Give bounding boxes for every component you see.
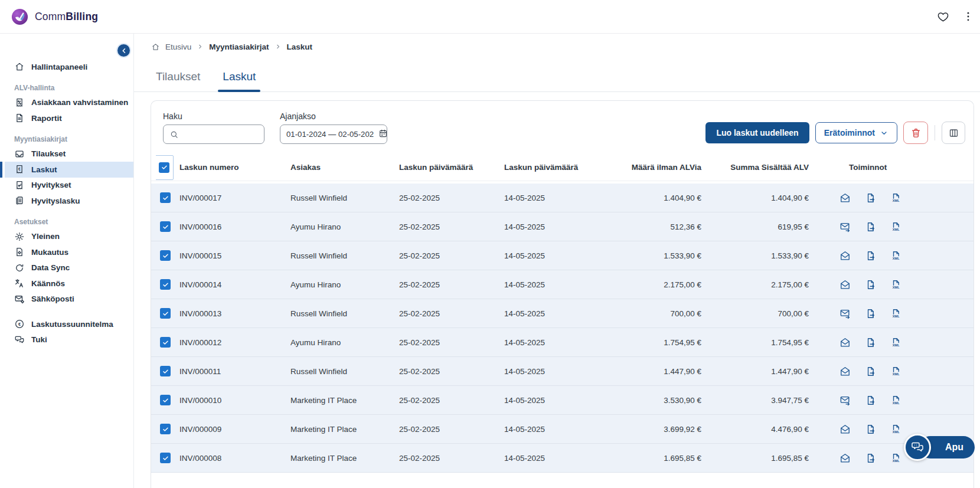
- table-row[interactable]: INV/000017 Russell Winfield 25-02-2025 1…: [151, 184, 974, 212]
- table-row[interactable]: INV/000013 Russell Winfield 25-02-2025 1…: [151, 299, 974, 328]
- sidebar-item-laskut[interactable]: Laskut: [5, 162, 133, 178]
- col-header-due-date: Laskun päivämäärä: [504, 163, 597, 172]
- mail-send-icon: [839, 221, 851, 232]
- send-email-action[interactable]: [839, 453, 851, 464]
- home-icon[interactable]: [151, 42, 160, 51]
- download-xml-action[interactable]: [890, 192, 901, 204]
- receipt-return-icon: [14, 180, 25, 191]
- export-document-action[interactable]: [865, 308, 876, 319]
- row-checkbox[interactable]: [160, 337, 171, 348]
- breadcrumb-item-etusivu[interactable]: Etusivu: [165, 42, 191, 51]
- invoice-number: INV/000015: [179, 251, 290, 260]
- search-field[interactable]: [184, 130, 254, 139]
- row-checkbox[interactable]: [160, 453, 171, 463]
- download-xml-action[interactable]: [890, 366, 901, 377]
- send-email-action[interactable]: [839, 308, 851, 319]
- sidebar-item-hyvityslasku[interactable]: Hyvityslasku: [5, 193, 133, 209]
- send-email-action[interactable]: [839, 221, 851, 232]
- table-row[interactable]: INV/000014 Ayumu Hirano 25-02-2025 14-05…: [151, 270, 974, 299]
- sidebar-collapse-button[interactable]: [116, 43, 131, 58]
- row-checkbox[interactable]: [160, 192, 171, 203]
- row-checkbox[interactable]: [160, 424, 171, 434]
- download-xml-action[interactable]: [890, 221, 901, 232]
- sidebar-item-label: Tilaukset: [31, 149, 66, 158]
- select-all-checkbox[interactable]: [159, 162, 169, 173]
- sidebar-item-tilaukset[interactable]: Tilaukset: [5, 146, 133, 162]
- row-checkbox[interactable]: [160, 221, 171, 232]
- row-checkbox[interactable]: [160, 279, 171, 290]
- sidebar-item-s-hk-posti[interactable]: Sähköposti: [5, 292, 133, 307]
- export-document-action[interactable]: [865, 424, 876, 435]
- download-xml-action[interactable]: [890, 250, 901, 261]
- favorites-button[interactable]: [937, 11, 949, 23]
- filter-bar: Haku Ajanjakso 01-01-2024 — 02-05-202: [151, 101, 974, 154]
- row-checkbox[interactable]: [160, 250, 171, 261]
- download-xml-action[interactable]: [890, 453, 901, 464]
- document-export-icon: [865, 279, 876, 290]
- breadcrumb: Etusivu Myyntiasiakirjat Laskut: [134, 34, 980, 60]
- more-menu-button[interactable]: [962, 11, 974, 22]
- send-email-action[interactable]: [839, 192, 851, 204]
- sidebar-item-hyvitykset[interactable]: Hyvitykset: [5, 178, 133, 194]
- invoice-date: 25-02-2025: [399, 280, 504, 289]
- amount-incl-vat: 1.695,85 €: [705, 454, 812, 463]
- customer-name: Russell Winfield: [290, 309, 399, 318]
- table-row[interactable]: INV/000012 Ayumu Hirano 25-02-2025 14-05…: [151, 328, 974, 357]
- help-chat-button[interactable]: [904, 434, 931, 461]
- export-document-action[interactable]: [865, 192, 876, 204]
- sidebar-item-mukautus[interactable]: Mukautus: [5, 244, 133, 260]
- column-settings-button[interactable]: [942, 122, 965, 144]
- download-xml-action[interactable]: [890, 424, 901, 435]
- kebab-menu-icon: [962, 11, 974, 22]
- export-document-action[interactable]: [865, 453, 876, 464]
- table-row[interactable]: INV/000008 Marketing IT Place 25-02-2025…: [151, 444, 974, 473]
- row-checkbox[interactable]: [160, 395, 171, 405]
- sidebar-item-k-nn-s[interactable]: Käännös: [5, 276, 133, 292]
- export-document-action[interactable]: [865, 221, 876, 232]
- customer-name: Russell Winfield: [290, 194, 399, 202]
- download-xml-action[interactable]: [890, 279, 901, 290]
- table-row[interactable]: INV/000010 Marketing IT Place 25-02-2025…: [151, 386, 974, 415]
- table-row[interactable]: INV/000009 Marketing IT Place 25-02-2025…: [151, 415, 974, 444]
- sidebar-item-raportit[interactable]: Raportit: [5, 110, 133, 126]
- batch-actions-button[interactable]: Erätoiminnot: [815, 122, 897, 143]
- sidebar-item-asiakkaan-vahvistaminen[interactable]: Asiakkaan vahvistaminen: [5, 95, 133, 111]
- export-document-action[interactable]: [865, 279, 876, 290]
- download-xml-action[interactable]: [890, 395, 901, 406]
- sidebar-item-tuki[interactable]: Tuki: [5, 332, 133, 348]
- send-email-action[interactable]: [839, 366, 851, 377]
- send-email-action[interactable]: [839, 395, 851, 406]
- sidebar-item-yleinen[interactable]: Yleinen: [5, 229, 133, 245]
- search-input[interactable]: [163, 125, 264, 144]
- breadcrumb-item-myyntiasiakirjat[interactable]: Myyntiasiakirjat: [209, 42, 269, 51]
- send-email-action[interactable]: [839, 250, 851, 261]
- breadcrumb-item-laskut[interactable]: Laskut: [287, 42, 313, 51]
- table-row[interactable]: INV/000016 Ayumu Hirano 25-02-2025 14-05…: [151, 212, 974, 241]
- delete-button[interactable]: [903, 122, 928, 144]
- row-checkbox[interactable]: [160, 366, 171, 376]
- export-document-action[interactable]: [865, 366, 876, 377]
- table-row[interactable]: INV/000011 Russell Winfield 25-02-2025 1…: [151, 357, 974, 386]
- sidebar-item-data-sync[interactable]: Data Sync: [5, 260, 133, 276]
- date-range-input[interactable]: 01-01-2024 — 02-05-202: [280, 125, 387, 144]
- download-xml-action[interactable]: [890, 337, 901, 348]
- send-email-action[interactable]: [839, 337, 851, 348]
- tab-laskut[interactable]: Laskut: [218, 67, 260, 91]
- sidebar-item-laskutussuunnitelma[interactable]: Laskutussuunnitelma: [5, 316, 133, 332]
- amount-excl-vat: 3.530,90 €: [597, 396, 705, 405]
- export-document-action[interactable]: [865, 250, 876, 261]
- document-export-icon: [865, 453, 876, 464]
- export-document-action[interactable]: [865, 337, 876, 348]
- table-row[interactable]: INV/000015 Russell Winfield 25-02-2025 1…: [151, 241, 974, 270]
- regenerate-invoices-button[interactable]: Luo laskut uudelleen: [705, 122, 809, 143]
- calendar-icon[interactable]: [378, 129, 387, 140]
- document-icon: [14, 113, 25, 123]
- due-date: 14-05-2025: [504, 338, 597, 347]
- send-email-action[interactable]: [839, 424, 851, 435]
- send-email-action[interactable]: [839, 279, 851, 290]
- sidebar-item-hallintapaneeli[interactable]: Hallintapaneeli: [5, 59, 133, 75]
- download-xml-action[interactable]: [890, 308, 901, 319]
- tab-tilaukset[interactable]: Tilaukset: [151, 67, 205, 91]
- export-document-action[interactable]: [865, 395, 876, 406]
- row-checkbox[interactable]: [160, 308, 171, 319]
